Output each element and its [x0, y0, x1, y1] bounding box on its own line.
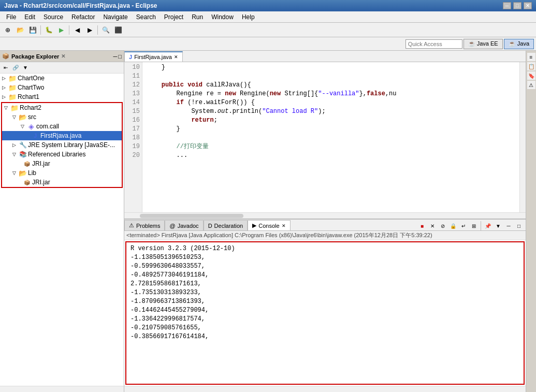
menu-source[interactable]: Source	[39, 12, 67, 22]
console-line-6: -1.8709663713861393,	[131, 297, 519, 306]
line-num-10: 10	[126, 63, 140, 72]
sidebar-btn-4[interactable]: ⚠	[527, 81, 535, 89]
tree-arrow-rchart2: ▽	[4, 105, 10, 110]
back-button[interactable]: ◀	[71, 24, 83, 36]
sidebar-btn-2[interactable]: 📋	[527, 62, 535, 70]
scroll-lock-button[interactable]: 🔒	[448, 221, 458, 230]
console-button[interactable]: ⬛	[112, 24, 124, 36]
tree-item-jri2[interactable]: 📦 JRI.jar	[2, 178, 122, 187]
clear-console-button[interactable]: ⊘	[438, 221, 447, 230]
debug-button[interactable]: 🐛	[43, 24, 54, 36]
menu-navigate[interactable]: Navigate	[99, 12, 132, 22]
tab-declaration[interactable]: D Declaration	[204, 220, 248, 230]
tree-item-firstRjava[interactable]: J FirstRjava.java	[2, 131, 122, 140]
tree-item-src[interactable]: ▽ 📂 src	[2, 112, 122, 122]
tree-item-charttwo[interactable]: ▷ 📁 ChartTwo	[0, 83, 124, 92]
new-button[interactable]: ⊕	[2, 24, 13, 36]
tree-item-rchart1[interactable]: ▷ 📁 Rchart1	[0, 92, 124, 101]
maximize-console-button[interactable]: □	[514, 221, 524, 230]
console-output[interactable]: R version 3.2.3 (2015-12-10) -1.13850513…	[125, 241, 525, 385]
console-line-2: -0.5999630648033557,	[131, 262, 519, 271]
console-tab-close[interactable]: ✕	[282, 223, 286, 228]
minimize-panel-icon[interactable]: ─	[113, 53, 118, 60]
tree-label-lib: Lib	[28, 169, 36, 177]
maximize-button[interactable]: □	[513, 2, 521, 9]
editor-tab-firstRjava[interactable]: J FirstRjava.java ✕	[124, 51, 183, 62]
pin-console-button[interactable]: 📌	[483, 221, 492, 230]
tree-label-comcall: com.call	[36, 123, 59, 130]
window-title: Java - Rchart2/src/com/call/FirstRjava.j…	[4, 2, 157, 9]
problems-icon: ⚠	[129, 222, 134, 229]
tree-item-jre[interactable]: ▷ 🔧 JRE System Library [JavaSE-...	[2, 140, 122, 150]
view-menu-console-button[interactable]: ▼	[494, 221, 503, 230]
menu-help[interactable]: Help	[238, 12, 259, 22]
tree-item-jri1[interactable]: 📦 JRI.jar	[2, 159, 122, 168]
menu-bar: File Edit Source Refactor Navigate Searc…	[0, 11, 536, 23]
open-button[interactable]: 📂	[15, 24, 26, 36]
maximize-panel-icon[interactable]: □	[118, 53, 122, 60]
editor-tabs: J FirstRjava.java ✕	[124, 51, 526, 62]
menu-edit[interactable]: Edit	[20, 12, 39, 22]
java-perspective[interactable]: ☕ Java	[504, 39, 534, 49]
sidebar-btn-1[interactable]: ≡	[527, 53, 535, 61]
line-num-12: 12	[126, 81, 140, 90]
tab-console[interactable]: ▶ Console ✕	[248, 220, 290, 230]
console-line-10: -0.38566917167614184,	[131, 332, 519, 341]
line-num-17: 17	[126, 125, 140, 134]
tree-item-chartone[interactable]: ▷ 📁 ChartOne	[0, 74, 124, 83]
left-panel-scrollbar[interactable]	[0, 386, 124, 392]
toolbar-sep-3	[97, 25, 98, 35]
save-button[interactable]: 💾	[27, 24, 38, 36]
menu-search[interactable]: Search	[132, 12, 160, 22]
project-icon-2: 📁	[8, 83, 17, 92]
terminate-button[interactable]: ■	[417, 221, 427, 230]
jar-icon-1: 📦	[23, 159, 31, 168]
view-menu-button[interactable]: ▼	[21, 63, 30, 72]
line-num-11: 11	[126, 72, 140, 81]
code-area[interactable]: } public void callRJava(){ Rengine re = …	[142, 62, 519, 212]
forward-button[interactable]: ▶	[84, 24, 95, 36]
tab-problems[interactable]: ⚠ Problems	[124, 220, 165, 230]
project-icon-3: 📁	[8, 93, 17, 101]
word-wrap-button[interactable]: ↵	[459, 221, 468, 230]
menu-run[interactable]: Run	[187, 12, 207, 22]
tab-close-button[interactable]: ✕	[174, 54, 178, 60]
link-editor-button[interactable]: 🔗	[11, 63, 20, 72]
java-ee-perspective[interactable]: ☕ Java EE	[463, 39, 503, 49]
line-num-14: 14	[126, 98, 140, 107]
minimize-console-button[interactable]: ─	[504, 221, 513, 230]
remove-launch-button[interactable]: ✕	[428, 221, 437, 230]
editor-scrollbar[interactable]	[519, 62, 526, 212]
tree-arrow-reflibs: ▽	[12, 152, 19, 157]
line-num-15: 15	[126, 107, 140, 116]
line-numbers: 10 11 12 13 14 15 16 17 18 19 20	[124, 62, 142, 212]
tree-item-comcall[interactable]: ▽ ◈ com.call	[2, 122, 122, 131]
minimize-button[interactable]: ─	[503, 2, 511, 9]
tab-declaration-label: Declaration	[214, 223, 243, 229]
menu-refactor[interactable]: Refactor	[67, 12, 99, 22]
tree-item-lib[interactable]: ▽ 📂 Lib	[2, 168, 122, 178]
menu-project[interactable]: Project	[160, 12, 187, 22]
search-button[interactable]: 🔍	[100, 24, 111, 36]
quick-access-input[interactable]	[405, 39, 462, 49]
declaration-icon: D	[208, 223, 212, 229]
package-icon: ◈	[27, 122, 35, 130]
tree-item-reflibs[interactable]: ▽ 📚 Referenced Libraries	[2, 150, 122, 159]
collapse-all-button[interactable]: ⇤	[1, 63, 10, 72]
tree-item-rchart2[interactable]: ▽ 📁 Rchart2	[2, 103, 122, 112]
menu-window[interactable]: Window	[207, 12, 238, 22]
open-console-button[interactable]: ⊞	[469, 221, 479, 230]
tab-javadoc[interactable]: @ Javadoc	[165, 220, 203, 230]
console-hscrollbar[interactable]	[124, 386, 526, 392]
close-button[interactable]: ✕	[524, 2, 532, 9]
quick-access-bar: ☕ Java EE ☕ Java	[0, 37, 536, 51]
editor-hscrollbar[interactable]	[124, 212, 526, 219]
title-bar: Java - Rchart2/src/com/call/FirstRjava.j…	[0, 0, 536, 11]
sidebar-btn-3[interactable]: 🔖	[527, 71, 535, 80]
tree-arrow-lib: ▽	[12, 170, 19, 176]
javadoc-icon: @	[169, 223, 175, 229]
library-icon: 🔧	[19, 141, 27, 149]
run-button[interactable]: ▶	[55, 24, 67, 36]
hscrollbar-thumb[interactable]	[140, 214, 243, 218]
menu-file[interactable]: File	[2, 12, 20, 22]
